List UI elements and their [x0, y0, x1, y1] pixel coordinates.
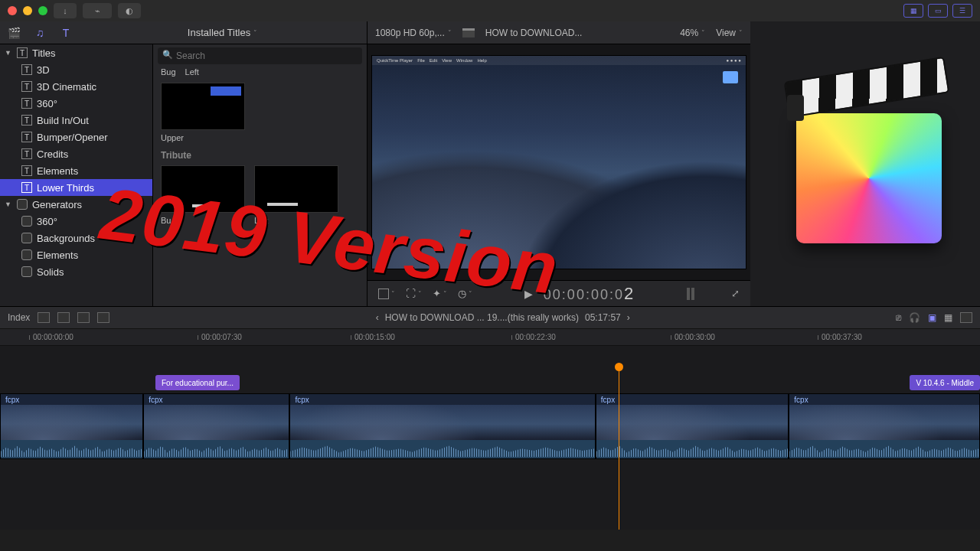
project-name: HOW to DOWNLOAD...: [485, 28, 583, 38]
thumbnail-preview: [161, 165, 245, 213]
sidebar-item-gen-backgrounds[interactable]: Backgrounds: [0, 230, 152, 246]
index-button[interactable]: Index: [8, 312, 30, 323]
inspector-panel: [750, 21, 980, 306]
minimize-window-button[interactable]: [23, 6, 32, 15]
transform-icon: [378, 289, 389, 299]
crop-tool[interactable]: ⛶: [406, 288, 422, 299]
history-back-button[interactable]: ‹: [376, 312, 379, 323]
generator-icon: [21, 249, 32, 260]
workspace-button-1[interactable]: ▦: [903, 4, 923, 18]
thumb-group-header: Tribute: [153, 147, 367, 164]
skimming-toggle[interactable]: ⎚: [896, 312, 901, 323]
sidebar-item-lower-thirds[interactable]: TLower Thirds: [0, 179, 152, 196]
workspace-button-2[interactable]: ▭: [928, 4, 948, 18]
sidebar-item-bumper-opener[interactable]: TBumper/Opener: [0, 129, 152, 145]
play-button[interactable]: ▶: [524, 288, 533, 300]
title-thumb-tribute-1[interactable]: Bu: [161, 165, 245, 225]
transform-tool[interactable]: [378, 289, 395, 299]
media-browser-icon[interactable]: 🎬: [6, 25, 21, 41]
timeline-nav: ‹ HOW to DOWNLOAD ... 19....(this really…: [376, 312, 630, 323]
view-dropdown[interactable]: View: [716, 28, 743, 38]
overwrite-tool-icon[interactable]: [77, 312, 90, 323]
title-thumb-tribute-2[interactable]: Left: [254, 165, 338, 225]
playhead[interactable]: [619, 367, 619, 530]
chevron-down-icon: ▼: [5, 201, 12, 208]
generators-category-icon: [17, 199, 28, 210]
sidebar-item-build-in-out[interactable]: TBuild In/Out: [0, 112, 152, 129]
titles-category-icon: T: [17, 47, 28, 58]
search-input[interactable]: [158, 47, 362, 64]
retime-tool[interactable]: ◷: [458, 288, 472, 299]
workspace-button-3[interactable]: ☰: [952, 4, 972, 18]
window-titlebar: ↓ ⌁ ◐ ▦ ▭ ☰: [0, 0, 980, 21]
titles-browser-icon[interactable]: T: [58, 25, 74, 41]
background-tasks-button[interactable]: ◐: [118, 3, 141, 18]
preview-frame: QuickTime Player File Edit View Window H…: [371, 55, 746, 269]
title-clip[interactable]: V 10.4.6 - Middle: [910, 375, 980, 390]
ruler-tick: 00:00:30:00: [671, 329, 715, 345]
sidebar-item-gen-solids[interactable]: Solids: [0, 263, 152, 280]
sidebar-item-elements[interactable]: TElements: [0, 162, 152, 179]
browser-toolbar: 🎬 ♫ T Installed Titles: [0, 21, 367, 44]
titlebar-right-controls: ▦ ▭ ☰: [903, 4, 972, 18]
timeline-duration: 05:17:57: [585, 312, 621, 323]
zoom-dropdown[interactable]: 46%: [680, 28, 705, 38]
title-icon: T: [21, 182, 32, 193]
fullscreen-button[interactable]: ⤢: [731, 288, 740, 299]
maximize-window-button[interactable]: [38, 6, 47, 15]
viewer-canvas[interactable]: QuickTime Player File Edit View Window H…: [368, 44, 750, 280]
sidebar-item-3d-cinematic[interactable]: T3D Cinematic: [0, 78, 152, 95]
keyword-button[interactable]: ⌁: [83, 3, 112, 18]
format-dropdown[interactable]: 1080p HD 60p,...: [375, 28, 452, 38]
title-clip[interactable]: For educational pur...: [155, 375, 240, 390]
title-thumb-upper[interactable]: Upper: [161, 83, 245, 142]
append-tool-icon[interactable]: [57, 312, 70, 323]
browser-title-dropdown[interactable]: Installed Titles: [188, 27, 257, 38]
title-icon: T: [21, 148, 32, 159]
viewer-controls: ⛶ ✦ ◷ ▶ 00:00:00:02 ⤢: [368, 280, 750, 306]
upper-area: 🎬 ♫ T Installed Titles ▼ T Titles T3D T3…: [0, 21, 980, 306]
import-button[interactable]: ↓: [54, 3, 77, 18]
ruler-tick: 00:00:15:00: [351, 329, 395, 345]
title-icon: T: [21, 165, 32, 176]
snapping-toggle[interactable]: ▣: [928, 312, 936, 323]
sidebar-item-360[interactable]: T360°: [0, 95, 152, 112]
sidebar-section-titles[interactable]: ▼ T Titles: [0, 44, 152, 61]
timecode-display[interactable]: 00:00:00:02: [544, 284, 635, 304]
sidebar-item-credits[interactable]: TCredits: [0, 145, 152, 162]
timeline-ruler[interactable]: 00:00:00:00 00:00:07:30 00:00:15:00 00:0…: [0, 329, 980, 346]
connect-tool-icon[interactable]: [97, 312, 109, 323]
video-clip[interactable]: fcpx: [596, 393, 789, 459]
close-window-button[interactable]: [8, 6, 17, 15]
ruler-tick: 00:00:07:30: [198, 329, 242, 345]
timeline-clip-title: HOW to DOWNLOAD ... 19....(this really w…: [385, 312, 579, 323]
timeline-appearance-button[interactable]: [960, 312, 972, 323]
sidebar-section-generators[interactable]: ▼ Generators: [0, 196, 152, 213]
app-icon-overlay: [789, 52, 949, 243]
video-clip[interactable]: fcpx: [143, 393, 289, 459]
sidebar-item-gen-elements[interactable]: Elements: [0, 246, 152, 263]
ruler-tick: 00:00:22:30: [511, 329, 556, 345]
video-clip[interactable]: fcpx: [289, 393, 595, 459]
history-forward-button[interactable]: ›: [627, 312, 630, 323]
primary-storyline: fcpx fcpx fcpx fcpx fcpx: [0, 393, 980, 459]
timeline[interactable]: For educational pur... V 10.4.6 - Middle…: [0, 346, 980, 530]
title-thumb-bug[interactable]: Bug: [161, 67, 176, 77]
video-clip[interactable]: fcpx: [0, 393, 143, 459]
traffic-lights: [8, 6, 47, 15]
title-thumb-left[interactable]: Left: [185, 67, 199, 77]
sidebar-label: Generators: [32, 199, 82, 210]
chevron-down-icon: ▼: [5, 49, 12, 57]
title-icon: T: [21, 115, 32, 126]
video-clip[interactable]: fcpx: [789, 393, 980, 459]
ruler-tick: 00:00:37:30: [818, 329, 862, 345]
sidebar-item-3d[interactable]: T3D: [0, 61, 152, 78]
viewer-toolbar: 1080p HD 60p,... HOW to DOWNLOAD... 46% …: [368, 21, 750, 44]
sidebar-item-gen-360[interactable]: 360°: [0, 213, 152, 230]
photos-browser-icon[interactable]: ♫: [32, 25, 47, 41]
audio-skimming-toggle[interactable]: 🎧: [909, 312, 920, 323]
thumbnail-preview: [254, 165, 338, 213]
enhance-tool[interactable]: ✦: [433, 288, 447, 299]
insert-tool-icon[interactable]: [38, 312, 50, 323]
solo-toggle[interactable]: ▦: [944, 312, 952, 323]
